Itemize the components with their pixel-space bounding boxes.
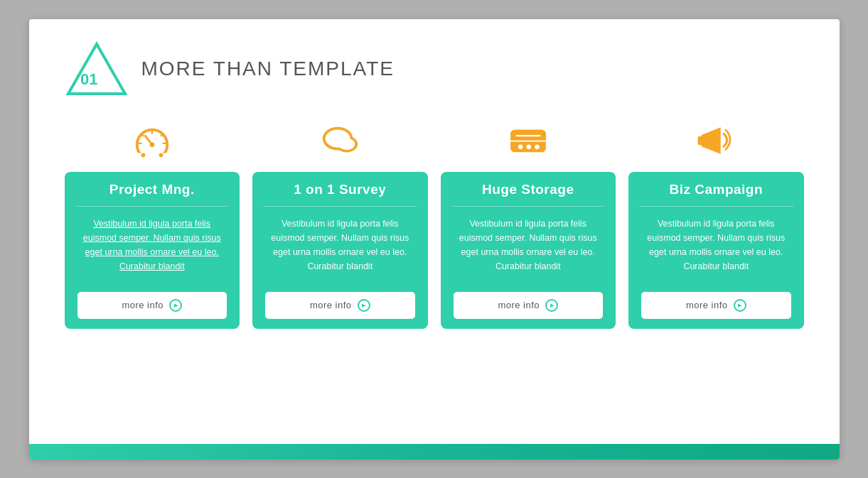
card-storage: Huge Storage Vestibulum id ligula porta … <box>441 172 616 329</box>
more-info-icon-campaign <box>734 299 746 312</box>
svg-point-12 <box>159 153 163 157</box>
card-body-storage: Vestibulum id ligula porta felis euismod… <box>441 207 616 285</box>
card-description-campaign: Vestibulum id ligula porta felis euismod… <box>641 217 791 273</box>
more-info-icon-project-mng <box>169 299 182 312</box>
badge: 01 <box>65 40 129 97</box>
card-body-project-mng: Vestibulum id ligula porta felis euismod… <box>65 207 240 285</box>
more-info-label-storage: more info <box>498 300 540 310</box>
svg-marker-26 <box>702 127 721 153</box>
card-footer-project-mng: more info <box>65 285 240 329</box>
svg-point-23 <box>526 145 531 150</box>
svg-point-17 <box>338 138 355 150</box>
card-wrapper-storage: Huge Storage Vestibulum id ligula porta … <box>441 119 616 329</box>
card-wrapper-survey: 1 on 1 Survey Vestibulum id ligula porta… <box>252 119 428 329</box>
more-info-label-campaign: more info <box>686 300 728 310</box>
card-campaign: Biz Campaign Vestibulum id ligula porta … <box>628 172 804 329</box>
more-info-label-project-mng: more info <box>122 300 164 310</box>
chat-icon <box>319 119 360 165</box>
more-info-button-survey[interactable]: more info <box>265 292 415 319</box>
more-info-label-survey: more info <box>310 300 352 310</box>
harddrive-icon <box>508 119 549 165</box>
card-project-mng: Project Mng. Vestibulum id ligula porta … <box>65 172 240 329</box>
card-description-survey: Vestibulum id ligula porta felis euismod… <box>265 217 415 273</box>
more-info-icon-storage <box>545 299 558 312</box>
speedometer-icon <box>132 119 173 165</box>
card-wrapper-project-mng: Project Mng. Vestibulum id ligula porta … <box>65 119 240 329</box>
megaphone-icon <box>695 119 736 165</box>
svg-point-10 <box>149 142 154 147</box>
svg-rect-20 <box>510 130 546 140</box>
more-info-button-storage[interactable]: more info <box>454 292 604 319</box>
card-footer-survey: more info <box>252 285 428 329</box>
card-footer-campaign: more info <box>628 285 804 329</box>
card-title-survey: 1 on 1 Survey <box>252 172 428 206</box>
svg-point-11 <box>141 153 145 157</box>
svg-point-24 <box>535 145 540 150</box>
card-title-campaign: Biz Campaign <box>628 172 804 206</box>
page-title: MORE THAN TEMPLATE <box>141 58 395 80</box>
svg-rect-27 <box>698 136 704 145</box>
card-body-campaign: Vestibulum id ligula porta felis euismod… <box>628 207 804 285</box>
svg-point-22 <box>518 145 523 150</box>
header: 01 MORE THAN TEMPLATE <box>65 40 804 97</box>
card-footer-storage: more info <box>441 285 616 329</box>
card-description-storage: Vestibulum id ligula porta felis euismod… <box>454 217 604 273</box>
card-title-project-mng: Project Mng. <box>65 172 240 206</box>
cards-container: Project Mng. Vestibulum id ligula porta … <box>65 119 804 445</box>
card-survey: 1 on 1 Survey Vestibulum id ligula porta… <box>252 172 428 329</box>
card-description-project-mng: Vestibulum id ligula porta felis euismod… <box>77 217 227 273</box>
more-info-icon-survey <box>358 299 370 312</box>
slide: 01 MORE THAN TEMPLATE <box>29 19 840 460</box>
card-wrapper-campaign: Biz Campaign Vestibulum id ligula porta … <box>628 119 804 329</box>
more-info-button-project-mng[interactable]: more info <box>77 292 227 319</box>
card-title-storage: Huge Storage <box>441 172 616 206</box>
more-info-button-campaign[interactable]: more info <box>641 292 791 319</box>
card-body-survey: Vestibulum id ligula porta felis euismod… <box>252 207 428 285</box>
svg-text:01: 01 <box>80 70 97 88</box>
